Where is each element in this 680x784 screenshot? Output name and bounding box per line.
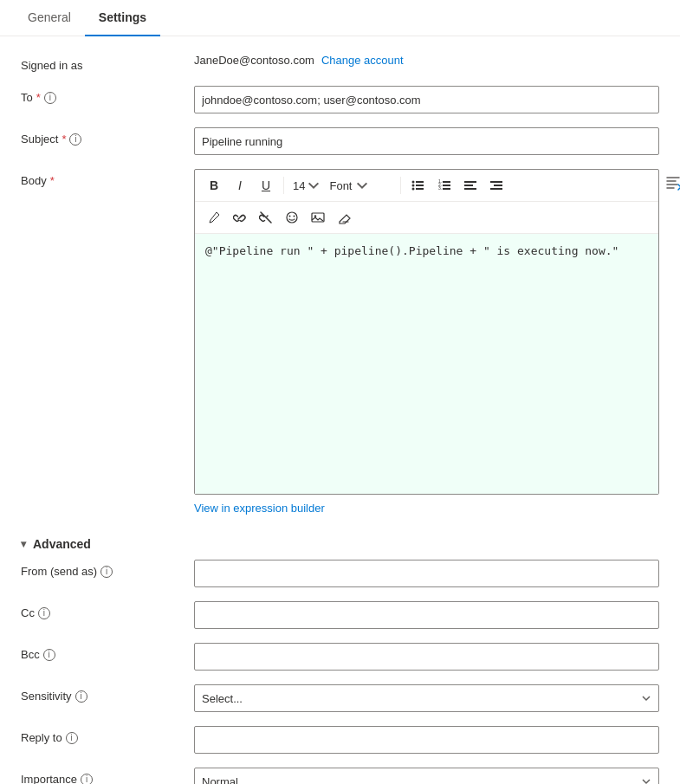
svg-rect-16 [494, 185, 502, 186]
bcc-row: Bcc i [21, 643, 659, 671]
advanced-section-header[interactable]: ▾ Advanced [21, 528, 659, 560]
change-account-link[interactable]: Change account [321, 54, 404, 67]
cc-control [194, 601, 659, 629]
pen-button[interactable] [202, 205, 226, 230]
svg-text:3.: 3. [438, 185, 442, 191]
bcc-input[interactable] [194, 643, 659, 671]
reply-to-input[interactable] [194, 726, 659, 754]
toolbar-row2 [195, 202, 658, 234]
bold-button[interactable]: B [202, 173, 226, 198]
sensitivity-control: Select... Normal Personal Private Confid… [194, 684, 659, 712]
bullet-list-icon [411, 178, 425, 192]
eraser-button[interactable] [332, 205, 356, 230]
bullet-list-button[interactable] [406, 173, 431, 198]
from-row: From (send as) i [21, 560, 659, 587]
body-label: Body * [21, 169, 194, 187]
svg-rect-5 [416, 188, 424, 190]
emoji-button[interactable] [280, 205, 304, 230]
from-label: From (send as) i [21, 560, 194, 578]
to-required-marker: * [36, 91, 41, 104]
subject-row: Subject * i [21, 127, 659, 155]
svg-rect-12 [464, 181, 476, 183]
align-left-button[interactable] [458, 173, 482, 198]
signed-in-control: JaneDoe@contoso.com Change account [194, 54, 659, 67]
advanced-label: Advanced [33, 537, 91, 551]
body-editor-content[interactable]: @"Pipeline run " + pipeline().Pipeline +… [195, 234, 658, 494]
dynamic-content-icon[interactable] [663, 172, 680, 193]
from-info-icon[interactable]: i [100, 566, 113, 578]
subject-required-marker: * [62, 133, 66, 146]
font-select[interactable]: Font [326, 173, 395, 198]
signed-in-row: Signed in as JaneDoe@contoso.com Change … [21, 54, 659, 72]
view-expression-builder-link[interactable]: View in expression builder [194, 502, 325, 515]
toolbar-divider-2 [400, 177, 401, 194]
tab-bar: General Settings [0, 0, 680, 36]
reply-to-label: Reply to i [21, 726, 194, 744]
svg-point-2 [412, 185, 415, 187]
align-left-icon [463, 178, 477, 192]
svg-point-4 [412, 188, 415, 191]
link-button[interactable] [228, 205, 252, 230]
cc-row: Cc i [21, 601, 659, 629]
toolbar-divider-1 [283, 177, 284, 194]
bcc-control [194, 643, 659, 671]
settings-content: Signed in as JaneDoe@contoso.com Change … [0, 36, 680, 784]
reply-to-control [194, 726, 659, 754]
svg-point-20 [294, 216, 295, 217]
from-input[interactable] [194, 560, 659, 587]
svg-rect-9 [443, 185, 450, 186]
image-icon [311, 211, 325, 224]
importance-select[interactable]: Low Normal High [194, 768, 659, 784]
svg-rect-15 [490, 181, 502, 183]
unlink-button[interactable] [254, 205, 278, 230]
signed-in-label: Signed in as [21, 54, 194, 72]
align-right-icon [489, 178, 503, 192]
cc-input[interactable] [194, 601, 659, 629]
svg-rect-11 [443, 188, 450, 190]
subject-control [194, 127, 659, 155]
bcc-label: Bcc i [21, 643, 194, 661]
italic-button[interactable]: I [228, 173, 252, 198]
importance-info-icon[interactable]: i [81, 774, 93, 785]
eraser-icon [337, 211, 351, 224]
svg-rect-17 [490, 188, 502, 190]
reply-to-row: Reply to i [21, 726, 659, 754]
cc-info-icon[interactable]: i [38, 607, 50, 619]
sensitivity-label: Sensitivity i [21, 684, 194, 703]
svg-point-0 [412, 181, 415, 184]
link-icon [233, 211, 247, 224]
svg-rect-14 [464, 188, 476, 190]
tab-general[interactable]: General [14, 0, 85, 36]
body-control: B I U 14 Font [194, 169, 659, 515]
subject-label: Subject * i [21, 127, 194, 146]
sensitivity-row: Sensitivity i Select... Normal Personal … [21, 684, 659, 712]
subject-info-icon[interactable]: i [69, 133, 81, 146]
svg-point-18 [287, 212, 297, 223]
emoji-icon [285, 211, 299, 224]
image-button[interactable] [306, 205, 330, 230]
to-input[interactable] [194, 86, 659, 113]
underline-button[interactable]: U [254, 173, 278, 198]
numbered-list-icon: 1.2.3. [437, 178, 451, 192]
align-right-button[interactable] [484, 173, 508, 198]
to-info-icon[interactable]: i [44, 92, 56, 104]
to-control [194, 86, 659, 113]
svg-rect-13 [464, 185, 473, 186]
svg-rect-3 [416, 185, 424, 186]
numbered-list-button[interactable]: 1.2.3. [432, 173, 457, 198]
svg-rect-7 [443, 181, 450, 183]
from-control [194, 560, 659, 587]
sensitivity-select[interactable]: Select... Normal Personal Private Confid… [194, 684, 659, 712]
reply-to-info-icon[interactable]: i [66, 732, 78, 744]
sensitivity-info-icon[interactable]: i [75, 690, 87, 703]
subject-input[interactable] [194, 127, 659, 155]
pen-icon [207, 211, 221, 224]
tab-settings[interactable]: Settings [85, 0, 160, 36]
advanced-chevron-icon: ▾ [21, 538, 26, 550]
unlink-icon [259, 211, 273, 224]
bcc-info-icon[interactable]: i [43, 649, 55, 661]
font-size-select[interactable]: 14 [289, 173, 324, 198]
importance-control: Low Normal High [194, 768, 659, 784]
advanced-section: ▾ Advanced From (send as) i Cc i [21, 528, 659, 784]
font-size-chevron-icon [307, 178, 321, 192]
